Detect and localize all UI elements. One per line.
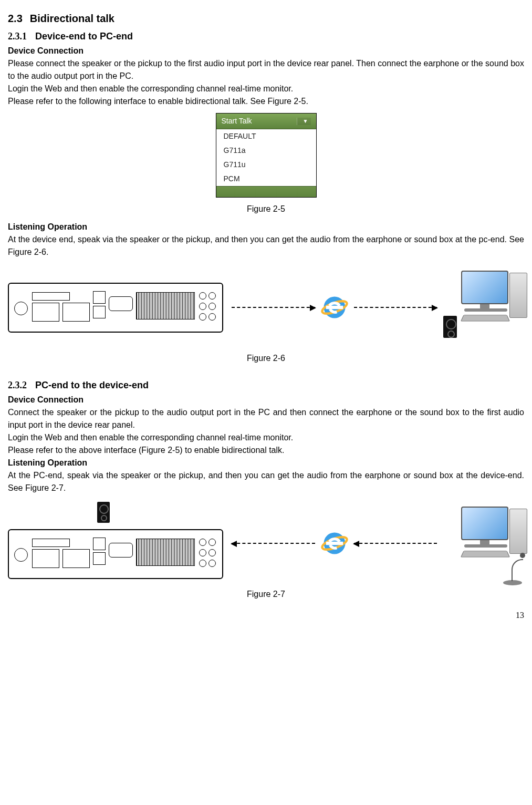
title-2-3-1: Device-end to PC-end [35, 31, 133, 42]
figure-2-6 [8, 268, 524, 347]
subhead-listening-1: Listening Operation [8, 221, 524, 233]
para-232-1: Connect the speaker or the pickup to the… [8, 406, 524, 431]
subhead-device-connection-2: Device Connection [8, 394, 524, 406]
para-231-3: Please refer to the following interface … [8, 95, 524, 108]
heading-2-3-2: 2.3.2PC-end to the device-end [8, 378, 524, 393]
pc-with-speaker [440, 271, 524, 344]
start-talk-dropdown[interactable]: Start Talk ▼ DEFAULT G711a G711u PCM [216, 113, 317, 198]
caption-2-5: Figure 2-5 [8, 203, 524, 215]
speaker-icon [97, 502, 110, 523]
device-rear-panel [8, 268, 228, 347]
ie-browser-icon [320, 529, 349, 558]
start-talk-header[interactable]: Start Talk ▼ [216, 113, 316, 129]
option-default[interactable]: DEFAULT [216, 129, 316, 143]
pc-tower-icon [509, 509, 527, 554]
pc-monitor-icon [461, 271, 508, 304]
option-g711a[interactable]: G711a [216, 143, 316, 158]
title-2-3: Bidirectional talk [30, 13, 114, 24]
secnum-2-3-1: 2.3.1 [8, 31, 27, 42]
start-talk-footer [216, 186, 316, 197]
para-232-2: Login the Web and then enable the corres… [8, 431, 524, 444]
pc-monitor-icon [461, 507, 508, 540]
para-232-3: Please refer to the above interface (Fig… [8, 444, 524, 457]
microphone-icon [498, 554, 529, 585]
figure-2-5: Start Talk ▼ DEFAULT G711a G711u PCM [8, 113, 524, 198]
arrow-left-1 [232, 543, 315, 544]
svg-rect-2 [326, 306, 342, 309]
para-231-1: Please connect the speaker or the pickup… [8, 57, 524, 82]
para-232-4: At the PC-end, speak via the speaker or … [8, 469, 524, 494]
heading-2-3-1: 2.3.1Device-end to PC-end [8, 29, 524, 44]
para-231-2: Login the Web and then enable the corres… [8, 82, 524, 95]
figure-2-7 [8, 504, 524, 583]
pc-with-mic [440, 507, 524, 580]
subhead-listening-2: Listening Operation [8, 457, 524, 469]
page-number: 13 [8, 609, 524, 622]
title-2-3-2: PC-end to the device-end [35, 380, 149, 390]
arrow-left-2 [354, 543, 437, 544]
device-rear-panel-2 [8, 504, 228, 583]
heading-2-3: 2.3Bidirectional talk [8, 11, 524, 26]
para-231-4: At the device end, speak via the speaker… [8, 233, 524, 259]
arrow-right-1 [232, 307, 315, 308]
start-talk-options: DEFAULT G711a G711u PCM [216, 129, 316, 186]
ie-browser-icon [320, 293, 349, 322]
start-talk-label: Start Talk [222, 116, 252, 127]
subhead-device-connection-1: Device Connection [8, 45, 524, 57]
secnum-2-3: 2.3 [8, 13, 23, 24]
speaker-icon [443, 316, 457, 338]
option-g711u[interactable]: G711u [216, 158, 316, 172]
caption-2-7: Figure 2-7 [8, 588, 524, 601]
secnum-2-3-2: 2.3.2 [8, 380, 27, 390]
option-pcm[interactable]: PCM [216, 172, 316, 186]
svg-rect-5 [326, 542, 342, 545]
arrow-right-2 [354, 307, 437, 308]
chevron-down-icon[interactable]: ▼ [297, 118, 311, 125]
caption-2-6: Figure 2-6 [8, 352, 524, 365]
pc-tower-icon [509, 273, 527, 318]
keyboard-icon [461, 315, 510, 321]
